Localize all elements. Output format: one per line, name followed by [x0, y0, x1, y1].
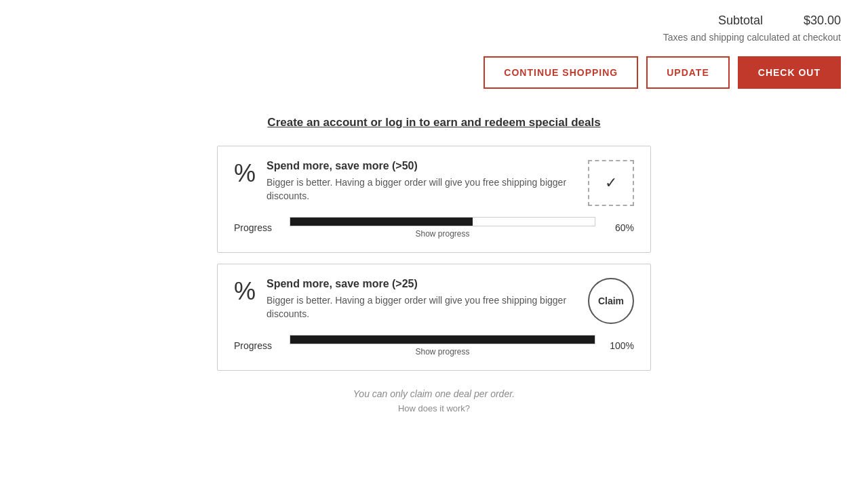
deal-card-header-50: % Spend more, save more (>50) Bigger is … [234, 160, 634, 206]
subtotal-row: Subtotal $30.00 [718, 14, 841, 28]
subtotal-amount: $30.00 [804, 14, 841, 28]
how-does-it-work-link[interactable]: How does it work? [398, 403, 470, 413]
claim-button-25[interactable]: Claim [588, 278, 634, 324]
deal-footnote: You can only claim one deal per order. H… [353, 388, 515, 414]
deal-title-50: Spend more, save more (>50) [267, 160, 588, 172]
progress-row-50: Progress Show progress 60% [234, 217, 634, 239]
deal-card-25: % Spend more, save more (>25) Bigger is … [217, 264, 651, 371]
chevron-icon-50: ✓ [605, 174, 617, 192]
deal-desc-50: Bigger is better. Having a bigger order … [267, 176, 588, 203]
progress-bar-container-25: Show progress [290, 335, 595, 357]
chevron-button-50[interactable]: ✓ [588, 160, 634, 206]
progress-row-25: Progress Show progress 100% [234, 335, 634, 357]
deal-text-50: Spend more, save more (>50) Bigger is be… [267, 160, 588, 203]
deal-title-25: Spend more, save more (>25) [267, 278, 588, 290]
show-progress-text-50[interactable]: Show progress [415, 229, 469, 239]
deal-card-header-25: % Spend more, save more (>25) Bigger is … [234, 278, 634, 324]
percent-icon-50: % [234, 161, 256, 186]
progress-percent-25: 100% [604, 340, 634, 351]
progress-label-50: Progress [234, 222, 281, 233]
checkout-button[interactable]: CHECK OUT [738, 56, 841, 89]
continue-shopping-button[interactable]: CONTINUE SHOPPING [484, 56, 638, 89]
update-button[interactable]: UPDATE [646, 56, 730, 89]
subtotal-section: Subtotal $30.00 Taxes and shipping calcu… [0, 14, 868, 43]
progress-bar-container-50: Show progress [290, 217, 595, 239]
deal-footnote-text: You can only claim one deal per order. [353, 388, 515, 399]
show-progress-text-25[interactable]: Show progress [415, 347, 469, 357]
percent-icon-25: % [234, 279, 256, 304]
progress-label-25: Progress [234, 340, 281, 351]
progress-percent-50: 60% [604, 222, 634, 233]
deal-card-left-25: % Spend more, save more (>25) Bigger is … [234, 278, 588, 321]
deals-section: Create an account or log in to earn and … [0, 116, 868, 414]
subtotal-label: Subtotal [718, 14, 763, 28]
deal-desc-25: Bigger is better. Having a bigger order … [267, 294, 588, 321]
progress-bar-fill-25 [290, 336, 595, 344]
buttons-row: CONTINUE SHOPPING UPDATE CHECK OUT [0, 56, 868, 89]
progress-bar-fill-50 [290, 218, 473, 226]
page-wrapper: Subtotal $30.00 Taxes and shipping calcu… [0, 0, 868, 428]
deals-header-link[interactable]: Create an account or log in to earn and … [267, 116, 600, 129]
progress-bar-track-50 [290, 217, 595, 226]
deal-card-left-50: % Spend more, save more (>50) Bigger is … [234, 160, 588, 203]
deal-text-25: Spend more, save more (>25) Bigger is be… [267, 278, 588, 321]
progress-bar-track-25 [290, 335, 595, 344]
deal-card-50: % Spend more, save more (>50) Bigger is … [217, 146, 651, 253]
tax-info: Taxes and shipping calculated at checkou… [663, 32, 841, 43]
